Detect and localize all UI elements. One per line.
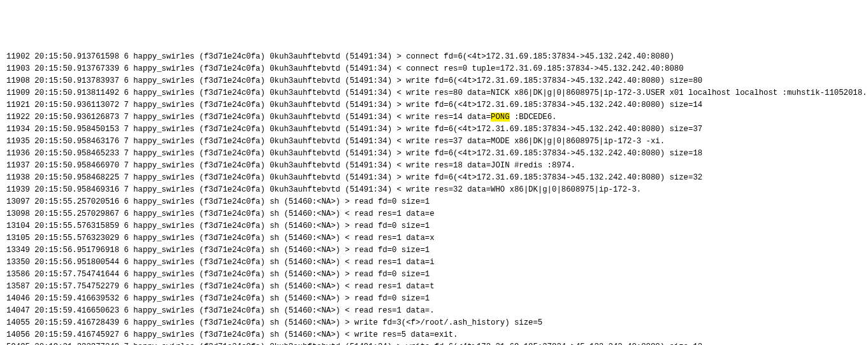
log-line: 11903 20:15:50.913767339 6 happy_swirles… [6,63,862,75]
log-line: 13586 20:15:57.754741644 6 happy_swirles… [6,269,862,281]
log-line: 13349 20:15:56.951796918 6 happy_swirles… [6,244,862,257]
log-line: 11939 20:15:50.958469316 7 happy_swirles… [6,184,862,196]
log-line: 13350 20:15:56.951800544 6 happy_swirles… [6,257,862,269]
log-line: 13105 20:15:55.576323029 6 happy_swirles… [6,232,862,244]
log-line: 11937 20:15:50.958466970 7 happy_swirles… [6,160,862,172]
log-line: 14046 20:15:59.416639532 6 happy_swirles… [6,293,862,305]
highlight-pong: PONG [491,113,510,122]
log-line: 11935 20:15:50.958463176 7 happy_swirles… [6,136,862,148]
log-line: 11921 20:15:50.936113072 7 happy_swirles… [6,99,862,111]
log-line: 11908 20:15:50.913783937 6 happy_swirles… [6,75,862,87]
log-line: 13104 20:15:55.576315859 6 happy_swirles… [6,220,862,232]
log-line: 11936 20:15:50.958465233 7 happy_swirles… [6,148,862,160]
log-line: 13587 20:15:57.754752279 6 happy_swirles… [6,281,862,293]
log-line: 13097 20:15:55.257020516 6 happy_swirles… [6,196,862,208]
log-output: 11902 20:15:50.913761598 6 happy_swirles… [6,51,862,345]
log-line: 14056 20:15:59.416745927 6 happy_swirles… [6,329,862,341]
log-line: 11909 20:15:50.913811492 6 happy_swirles… [6,87,862,99]
log-line: 11938 20:15:50.958468225 7 happy_swirles… [6,172,862,184]
log-line: 11902 20:15:50.913761598 6 happy_swirles… [6,51,862,63]
log-line: 11922 20:15:50.936126873 7 happy_swirles… [6,111,862,123]
log-line: 13098 20:15:55.257029867 6 happy_swirles… [6,208,862,220]
log-line: 14055 20:15:59.416728439 6 happy_swirles… [6,317,862,329]
log-line: 14047 20:15:59.416650623 6 happy_swirles… [6,305,862,317]
log-line: 11934 20:15:50.958450153 7 happy_swirles… [6,123,862,136]
log-line: 59495 20:19:21.332377240 7 happy_swirles… [6,341,862,345]
